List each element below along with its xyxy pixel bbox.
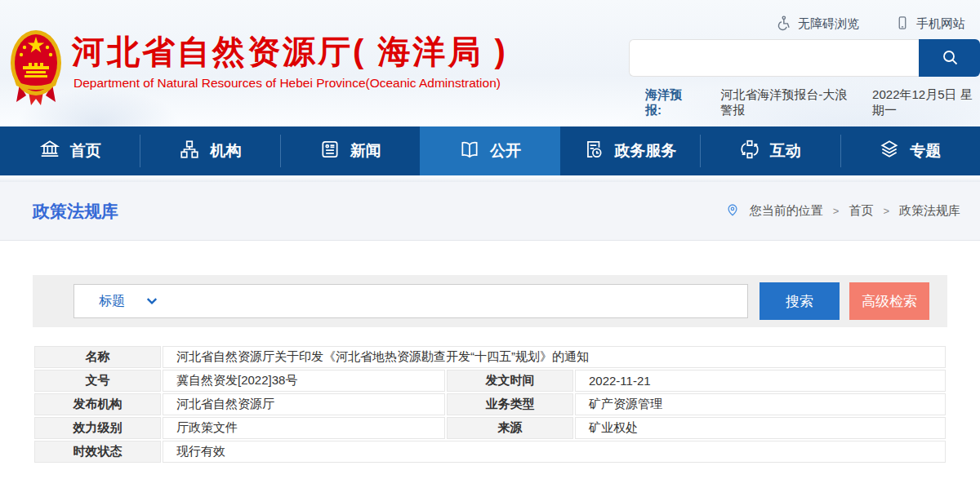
table-row: 发布机构 河北省自然资源厅 业务类型 矿产资源管理 (34, 393, 946, 415)
breadcrumb-current[interactable]: 政策法规库 (899, 203, 960, 219)
services-icon (583, 139, 604, 164)
field-selector-label: 标题 (99, 293, 125, 310)
header-search-input[interactable] (629, 39, 919, 77)
breadcrumb-location-label: 您当前的位置 (750, 203, 823, 219)
field-value: 河北省自然资源厅关于印发《河北省地热资源勘查开发“十四五”规划》的通知 (163, 346, 946, 368)
page-title: 政策法规库 (33, 200, 118, 223)
field-value: 现行有效 (163, 441, 946, 463)
nav-shadow-strip (0, 175, 980, 182)
nav-label: 公开 (490, 140, 521, 162)
search-icon (940, 47, 960, 69)
accessibility-label: 无障碍浏览 (798, 16, 859, 32)
forecast-date: 2022年12月5日 星期一 (872, 87, 980, 118)
field-value: 矿业权处 (575, 417, 946, 439)
policy-detail-table: 名称 河北省自然资源厅关于印发《河北省地热资源勘查开发“十四五”规划》的通知 文… (33, 344, 947, 464)
ocean-forecast-bar: 海洋预报: 河北省海洋预报台-大浪警报 2022年12月5日 星期一 (645, 87, 980, 118)
nav-label: 机构 (210, 140, 241, 162)
nav-item-news[interactable]: 新闻 (280, 126, 420, 175)
topbar-links: 无障碍浏览 手机网站 (775, 15, 965, 33)
table-row: 效力级别 厅政策文件 来源 矿业权处 (34, 417, 946, 439)
field-value: 2022-11-21 (575, 370, 946, 392)
field-label: 发布机构 (34, 393, 161, 415)
site-subtitle: Department of Natural Resources of Hebei… (74, 76, 501, 91)
mobile-phone-icon (895, 15, 910, 33)
home-icon (39, 139, 60, 164)
main-nav: 首页 机构 新闻 公开 (0, 126, 980, 175)
nav-item-services[interactable]: 政务服务 (560, 126, 700, 175)
search-button[interactable]: 搜索 (760, 282, 840, 320)
header-search (629, 39, 980, 77)
site-header: 无障碍浏览 手机网站 (0, 0, 980, 126)
field-label: 名称 (34, 346, 161, 368)
policy-search-combo: 标题 (74, 284, 748, 318)
breadcrumb: 您当前的位置 > 首页 > 政策法规库 (725, 202, 960, 220)
field-label: 业务类型 (447, 393, 573, 415)
field-label: 文号 (34, 370, 161, 392)
forecast-label: 海洋预报: (645, 87, 691, 118)
nav-label: 首页 (70, 140, 101, 162)
table-row: 文号 冀自然资发[2022]38号 发文时间 2022-11-21 (34, 370, 946, 392)
topics-icon (879, 139, 900, 164)
field-value: 河北省自然资源厅 (163, 393, 445, 415)
field-value: 厅政策文件 (163, 417, 445, 439)
mobile-site-link[interactable]: 手机网站 (895, 15, 965, 33)
chevron-down-icon (146, 294, 158, 308)
breadcrumb-bar: 政策法规库 您当前的位置 > 首页 > 政策法规库 (0, 182, 980, 241)
field-value: 矿产资源管理 (575, 393, 946, 415)
accessibility-link[interactable]: 无障碍浏览 (775, 15, 859, 33)
nav-label: 新闻 (350, 140, 381, 162)
news-icon (319, 139, 341, 164)
table-row: 名称 河北省自然资源厅关于印发《河北省地热资源勘查开发“十四五”规划》的通知 (34, 346, 946, 368)
field-label: 时效状态 (34, 441, 161, 463)
field-label: 效力级别 (34, 417, 161, 439)
field-label: 来源 (447, 417, 573, 439)
nav-item-interact[interactable]: 互动 (700, 126, 840, 175)
nav-item-org[interactable]: 机构 (140, 126, 279, 175)
location-pin-icon (725, 202, 740, 220)
nav-item-topics[interactable]: 专题 (840, 126, 980, 175)
site-title: 河北省自然资源厅( 海洋局 ) (72, 29, 508, 74)
header-search-button[interactable] (919, 39, 980, 77)
breadcrumb-separator: > (833, 205, 840, 217)
field-value: 冀自然资发[2022]38号 (163, 370, 445, 392)
breadcrumb-home[interactable]: 首页 (849, 203, 873, 219)
forecast-station[interactable]: 河北省海洋预报台-大浪警报 (720, 87, 851, 118)
accessibility-icon (775, 15, 791, 33)
nav-item-home[interactable]: 首页 (0, 126, 140, 175)
nav-label: 政务服务 (614, 140, 676, 162)
breadcrumb-separator: > (883, 205, 889, 217)
interact-icon (739, 139, 760, 164)
org-icon (179, 139, 200, 164)
nav-label: 互动 (770, 140, 801, 162)
table-row: 时效状态 现行有效 (34, 441, 946, 463)
policy-search-input[interactable] (166, 285, 747, 317)
policy-search-band: 标题 搜索 高级检索 (33, 275, 947, 327)
field-label: 发文时间 (447, 370, 573, 392)
mobile-site-label: 手机网站 (916, 16, 965, 32)
nav-item-public[interactable]: 公开 (420, 126, 559, 175)
advanced-search-button[interactable]: 高级检索 (849, 282, 929, 320)
open-book-icon (459, 139, 480, 164)
nav-label: 专题 (910, 140, 941, 162)
national-emblem-logo (8, 27, 64, 112)
field-selector-dropdown[interactable]: 标题 (74, 293, 166, 310)
